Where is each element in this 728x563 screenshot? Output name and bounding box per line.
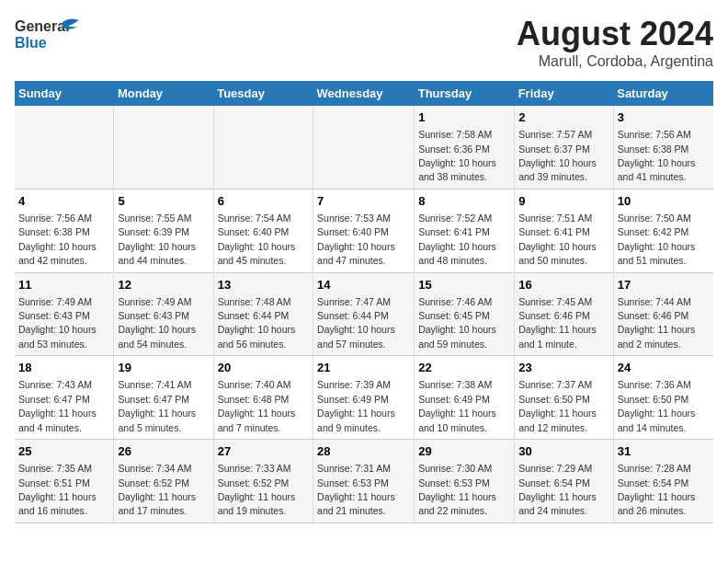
day-info: Sunrise: 7:39 AM Sunset: 6:49 PM Dayligh… xyxy=(317,379,395,432)
day-info: Sunrise: 7:31 AM Sunset: 6:53 PM Dayligh… xyxy=(317,463,395,516)
calendar-cell: 30Sunrise: 7:29 AM Sunset: 6:54 PM Dayli… xyxy=(515,440,614,523)
page-title: August 2024 xyxy=(517,15,713,53)
week-row-0: 1Sunrise: 7:58 AM Sunset: 6:36 PM Daylig… xyxy=(15,106,713,189)
day-number: 31 xyxy=(618,443,710,460)
header-friday: Friday xyxy=(515,81,614,106)
day-number: 1 xyxy=(418,109,510,126)
week-row-2: 11Sunrise: 7:49 AM Sunset: 6:43 PM Dayli… xyxy=(15,272,713,356)
week-row-4: 25Sunrise: 7:35 AM Sunset: 6:51 PM Dayli… xyxy=(15,440,713,523)
svg-text:General: General xyxy=(15,18,70,34)
day-info: Sunrise: 7:33 AM Sunset: 6:52 PM Dayligh… xyxy=(218,463,296,516)
calendar-cell: 19Sunrise: 7:41 AM Sunset: 6:47 PM Dayli… xyxy=(114,356,213,440)
day-number: 28 xyxy=(317,443,410,460)
day-info: Sunrise: 7:43 AM Sunset: 6:47 PM Dayligh… xyxy=(18,379,97,432)
day-number: 15 xyxy=(418,277,510,293)
day-number: 12 xyxy=(118,277,209,293)
day-number: 20 xyxy=(218,360,309,376)
calendar-cell: 26Sunrise: 7:34 AM Sunset: 6:52 PM Dayli… xyxy=(114,440,213,523)
day-info: Sunrise: 7:46 AM Sunset: 6:45 PM Dayligh… xyxy=(418,296,496,350)
day-info: Sunrise: 7:51 AM Sunset: 6:41 PM Dayligh… xyxy=(518,213,597,266)
header-saturday: Saturday xyxy=(613,81,713,106)
calendar-cell: 9Sunrise: 7:51 AM Sunset: 6:41 PM Daylig… xyxy=(515,189,614,272)
calendar-cell: 25Sunrise: 7:35 AM Sunset: 6:51 PM Dayli… xyxy=(15,440,114,523)
day-info: Sunrise: 7:41 AM Sunset: 6:47 PM Dayligh… xyxy=(118,379,196,432)
calendar-cell: 4Sunrise: 7:56 AM Sunset: 6:38 PM Daylig… xyxy=(15,189,114,272)
day-info: Sunrise: 7:54 AM Sunset: 6:40 PM Dayligh… xyxy=(218,213,296,266)
day-info: Sunrise: 7:50 AM Sunset: 6:42 PM Dayligh… xyxy=(618,213,696,266)
day-number: 13 xyxy=(218,277,309,293)
page-subtitle: Marull, Cordoba, Argentina xyxy=(517,53,713,70)
day-number: 22 xyxy=(418,360,510,376)
week-row-1: 4Sunrise: 7:56 AM Sunset: 6:38 PM Daylig… xyxy=(15,189,713,272)
calendar-cell: 31Sunrise: 7:28 AM Sunset: 6:54 PM Dayli… xyxy=(613,440,713,523)
day-info: Sunrise: 7:56 AM Sunset: 6:38 PM Dayligh… xyxy=(618,129,696,182)
day-number: 29 xyxy=(418,443,510,460)
header-tuesday: Tuesday xyxy=(213,81,313,106)
day-info: Sunrise: 7:48 AM Sunset: 6:44 PM Dayligh… xyxy=(218,296,296,350)
calendar-cell xyxy=(15,106,114,189)
calendar-cell: 17Sunrise: 7:44 AM Sunset: 6:46 PM Dayli… xyxy=(613,272,713,356)
page-header: General Blue August 2024 Marull, Cordoba… xyxy=(15,15,713,70)
calendar-cell xyxy=(313,106,415,189)
day-number: 2 xyxy=(518,109,609,126)
calendar-cell: 21Sunrise: 7:39 AM Sunset: 6:49 PM Dayli… xyxy=(313,356,415,440)
day-number: 25 xyxy=(18,443,109,460)
calendar-cell: 11Sunrise: 7:49 AM Sunset: 6:43 PM Dayli… xyxy=(15,272,114,356)
calendar-cell: 28Sunrise: 7:31 AM Sunset: 6:53 PM Dayli… xyxy=(313,440,415,523)
calendar-cell: 22Sunrise: 7:38 AM Sunset: 6:49 PM Dayli… xyxy=(415,356,515,440)
day-info: Sunrise: 7:47 AM Sunset: 6:44 PM Dayligh… xyxy=(317,296,395,350)
day-info: Sunrise: 7:55 AM Sunset: 6:39 PM Dayligh… xyxy=(118,213,196,266)
calendar-cell xyxy=(114,106,213,189)
calendar-cell: 16Sunrise: 7:45 AM Sunset: 6:46 PM Dayli… xyxy=(515,272,614,356)
day-number: 5 xyxy=(118,193,209,210)
day-info: Sunrise: 7:58 AM Sunset: 6:36 PM Dayligh… xyxy=(418,129,496,182)
day-number: 10 xyxy=(618,193,710,210)
day-info: Sunrise: 7:30 AM Sunset: 6:53 PM Dayligh… xyxy=(418,463,496,516)
day-info: Sunrise: 7:56 AM Sunset: 6:38 PM Dayligh… xyxy=(18,213,97,266)
day-number: 18 xyxy=(18,360,109,376)
calendar-cell: 3Sunrise: 7:56 AM Sunset: 6:38 PM Daylig… xyxy=(613,106,713,189)
day-number: 8 xyxy=(418,193,510,210)
day-info: Sunrise: 7:28 AM Sunset: 6:54 PM Dayligh… xyxy=(618,463,696,516)
calendar-cell: 27Sunrise: 7:33 AM Sunset: 6:52 PM Dayli… xyxy=(213,440,313,523)
calendar-cell: 18Sunrise: 7:43 AM Sunset: 6:47 PM Dayli… xyxy=(15,356,114,440)
day-number: 6 xyxy=(218,193,309,210)
day-info: Sunrise: 7:38 AM Sunset: 6:49 PM Dayligh… xyxy=(418,379,496,432)
day-number: 26 xyxy=(118,443,209,460)
calendar-cell: 1Sunrise: 7:58 AM Sunset: 6:36 PM Daylig… xyxy=(415,106,515,189)
calendar-cell: 15Sunrise: 7:46 AM Sunset: 6:45 PM Dayli… xyxy=(415,272,515,356)
day-number: 30 xyxy=(518,443,609,460)
week-row-3: 18Sunrise: 7:43 AM Sunset: 6:47 PM Dayli… xyxy=(15,356,713,440)
calendar-cell: 2Sunrise: 7:57 AM Sunset: 6:37 PM Daylig… xyxy=(515,106,614,189)
day-info: Sunrise: 7:37 AM Sunset: 6:50 PM Dayligh… xyxy=(518,379,597,432)
day-info: Sunrise: 7:49 AM Sunset: 6:43 PM Dayligh… xyxy=(118,296,196,350)
day-number: 14 xyxy=(317,277,410,293)
day-info: Sunrise: 7:45 AM Sunset: 6:46 PM Dayligh… xyxy=(518,296,597,350)
calendar-cell: 20Sunrise: 7:40 AM Sunset: 6:48 PM Dayli… xyxy=(213,356,313,440)
calendar-cell: 5Sunrise: 7:55 AM Sunset: 6:39 PM Daylig… xyxy=(114,189,213,272)
logo-icon: General Blue xyxy=(15,15,88,52)
day-number: 23 xyxy=(518,360,609,376)
day-info: Sunrise: 7:40 AM Sunset: 6:48 PM Dayligh… xyxy=(218,379,296,432)
day-number: 19 xyxy=(118,360,209,376)
calendar-cell: 23Sunrise: 7:37 AM Sunset: 6:50 PM Dayli… xyxy=(515,356,614,440)
calendar-cell: 10Sunrise: 7:50 AM Sunset: 6:42 PM Dayli… xyxy=(613,189,713,272)
day-info: Sunrise: 7:29 AM Sunset: 6:54 PM Dayligh… xyxy=(518,463,597,516)
logo: General Blue xyxy=(15,15,88,52)
day-number: 24 xyxy=(618,360,710,376)
header-thursday: Thursday xyxy=(415,81,515,106)
day-number: 3 xyxy=(618,109,710,126)
calendar-cell: 6Sunrise: 7:54 AM Sunset: 6:40 PM Daylig… xyxy=(213,189,313,272)
day-number: 4 xyxy=(18,193,109,210)
day-number: 17 xyxy=(618,277,710,293)
calendar-cell xyxy=(213,106,313,189)
day-info: Sunrise: 7:44 AM Sunset: 6:46 PM Dayligh… xyxy=(618,296,696,350)
day-info: Sunrise: 7:53 AM Sunset: 6:40 PM Dayligh… xyxy=(317,213,395,266)
svg-text:Blue: Blue xyxy=(15,35,47,51)
day-info: Sunrise: 7:35 AM Sunset: 6:51 PM Dayligh… xyxy=(18,463,97,516)
calendar-header-row: SundayMondayTuesdayWednesdayThursdayFrid… xyxy=(15,81,713,106)
day-number: 11 xyxy=(18,277,109,293)
calendar-cell: 29Sunrise: 7:30 AM Sunset: 6:53 PM Dayli… xyxy=(415,440,515,523)
day-number: 16 xyxy=(518,277,609,293)
day-info: Sunrise: 7:49 AM Sunset: 6:43 PM Dayligh… xyxy=(18,296,97,350)
